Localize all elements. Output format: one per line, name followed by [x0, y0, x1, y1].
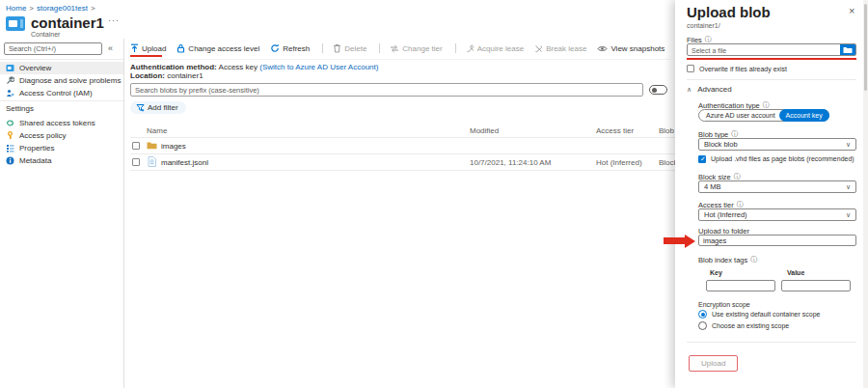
sidebar-item-label: Overview: [19, 64, 51, 72]
encryption-scope-label: Encryption scope: [698, 301, 750, 308]
encryption-default-radio-row[interactable]: Use existing default container scope: [698, 310, 820, 319]
break-lease-button[interactable]: Break lease: [534, 44, 586, 53]
search-depth-toggle[interactable]: [649, 85, 667, 95]
browse-folder-icon: [843, 46, 853, 54]
column-header-name[interactable]: Name: [147, 126, 167, 135]
authentication-method-line: Authentication method: Access key (Switc…: [130, 63, 378, 71]
overwrite-checkbox-row[interactable]: Overwrite if files already exist: [687, 65, 787, 72]
title-more-menu[interactable]: ···: [108, 15, 120, 25]
auth-option-account-key[interactable]: Account key: [779, 109, 829, 122]
tag-value-input[interactable]: [781, 280, 851, 291]
breadcrumb-separator: >: [29, 4, 34, 13]
upload-to-folder-input[interactable]: [698, 235, 856, 246]
overwrite-label: Overwrite if files already exist: [699, 66, 787, 72]
acquire-lease-button[interactable]: Acquire lease: [466, 44, 524, 53]
azure-portal-page: Home>storage001test> container1 ··· Cont…: [0, 0, 868, 388]
upload-icon: [130, 43, 139, 53]
row-checkbox[interactable]: [132, 158, 140, 166]
blob-prefix-search-input[interactable]: [130, 83, 643, 97]
trash-icon: [333, 43, 341, 53]
blob-modified: 10/7/2021, 11:24:10 AM: [470, 158, 551, 167]
file-picker-placeholder: Select a file: [692, 47, 726, 54]
properties-list-icon: [6, 144, 14, 152]
auth-type-toggle: Azure AD user account Account key: [698, 109, 829, 122]
encryption-option-existing: Choose an existing scope: [712, 322, 789, 329]
overwrite-checkbox[interactable]: [687, 65, 694, 72]
container-icon: [6, 64, 14, 72]
radio-selected-icon[interactable]: [698, 310, 707, 319]
encryption-option-default: Use existing default container scope: [712, 311, 820, 318]
refresh-icon: [270, 43, 280, 53]
file-picker-field[interactable]: Select a file: [687, 43, 856, 56]
block-size-value: 4 MB: [704, 182, 721, 191]
advanced-section-toggle[interactable]: ∧ Advanced: [687, 85, 732, 94]
column-header-access-tier[interactable]: Access tier: [596, 126, 634, 135]
table-row[interactable]: images: [130, 138, 675, 153]
page-subtitle: Container: [31, 31, 60, 38]
vhd-checkbox-row[interactable]: Upload .vhd files as page blobs (recomme…: [698, 155, 856, 163]
sidebar-collapse-button[interactable]: «: [108, 43, 113, 53]
container-resource-icon: [6, 16, 25, 31]
tag-key-input[interactable]: [706, 280, 775, 291]
chevron-down-icon: ∨: [846, 211, 851, 219]
chevron-down-icon: ∨: [846, 183, 851, 191]
blob-type-select[interactable]: Block blob ∨: [698, 138, 856, 151]
sidebar-item-diagnose[interactable]: Diagnose and solve problems: [0, 74, 123, 87]
access-tier-value: Hot (Inferred): [704, 210, 747, 219]
command-bar: Upload Change access level Refresh Delet…: [130, 41, 755, 56]
sidebar-item-metadata[interactable]: Metadata: [0, 154, 123, 167]
upload-button[interactable]: Upload: [130, 43, 166, 53]
blob-type-value: Block blob: [704, 140, 738, 149]
vhd-checkbox[interactable]: [698, 155, 706, 163]
breadcrumb: Home>storage001test>: [6, 4, 98, 13]
row-checkbox[interactable]: [132, 142, 140, 150]
encryption-existing-radio-row[interactable]: Choose an existing scope: [698, 321, 789, 330]
column-header-modified[interactable]: Modified: [470, 126, 499, 135]
table-row[interactable]: manifest.jsonl 10/7/2021, 11:24:10 AM Ho…: [130, 154, 675, 170]
folder-icon: [147, 141, 157, 150]
change-access-level-button[interactable]: Change access level: [176, 43, 259, 53]
close-icon[interactable]: ×: [849, 5, 854, 16]
sidebar-item-access-control[interactable]: Access Control (IAM): [0, 87, 123, 99]
chevron-down-icon: ∨: [846, 141, 851, 149]
blob-index-tags-label: Blob index tagsⓘ: [698, 255, 757, 264]
lease-icon: [466, 44, 475, 53]
filter-icon: [136, 103, 145, 112]
vhd-label: Upload .vhd files as page blobs (recomme…: [711, 155, 854, 163]
change-tier-icon: [390, 44, 399, 53]
radio-unselected-icon[interactable]: [698, 321, 707, 330]
annotation-files-underline: [687, 58, 856, 60]
delete-button[interactable]: Delete: [333, 43, 366, 53]
browse-files-button[interactable]: [840, 44, 855, 55]
chevron-up-icon: ∧: [687, 86, 692, 94]
refresh-button[interactable]: Refresh: [270, 43, 310, 53]
add-filter-button[interactable]: Add filter: [130, 101, 186, 114]
sidebar-item-shared-access-tokens[interactable]: Shared access tokens: [0, 117, 123, 129]
block-size-select[interactable]: 4 MB ∨: [698, 180, 856, 193]
switch-auth-link[interactable]: (Switch to Azure AD User Account): [259, 63, 378, 71]
sidebar-item-label: Shared access tokens: [19, 119, 95, 127]
panel-upload-button[interactable]: Upload: [689, 355, 738, 372]
upload-blob-panel: Upload blob × container1/ Filesⓘ Select …: [675, 0, 868, 388]
sidebar-item-access-policy[interactable]: Access policy: [0, 129, 123, 142]
sidebar-item-overview[interactable]: Overview: [0, 62, 123, 74]
toolbar-separator: [379, 43, 380, 53]
blob-name[interactable]: manifest.jsonl: [161, 158, 208, 167]
sidebar-item-properties[interactable]: Properties: [0, 142, 123, 154]
sidebar-search-input[interactable]: [4, 42, 102, 55]
eye-icon: [597, 44, 608, 53]
access-tier-select[interactable]: Hot (Inferred) ∨: [698, 208, 856, 221]
change-tier-button[interactable]: Change tier: [390, 44, 442, 53]
panel-scrollbar[interactable]: [863, 0, 868, 388]
breadcrumb-storage-link[interactable]: storage001test: [37, 4, 88, 13]
diagnose-wrench-icon: [6, 76, 14, 85]
lock-icon: [176, 43, 185, 53]
tags-value-header: Value: [787, 269, 804, 276]
auth-option-azure-ad[interactable]: Azure AD user account: [699, 112, 780, 119]
blob-name[interactable]: images: [161, 142, 186, 151]
view-snapshots-button[interactable]: View snapshots: [597, 44, 665, 53]
break-lease-icon: [534, 44, 543, 53]
auth-method-label: Authentication method:: [130, 63, 217, 71]
toolbar-separator: [322, 43, 323, 53]
breadcrumb-home-link[interactable]: Home: [6, 4, 26, 13]
